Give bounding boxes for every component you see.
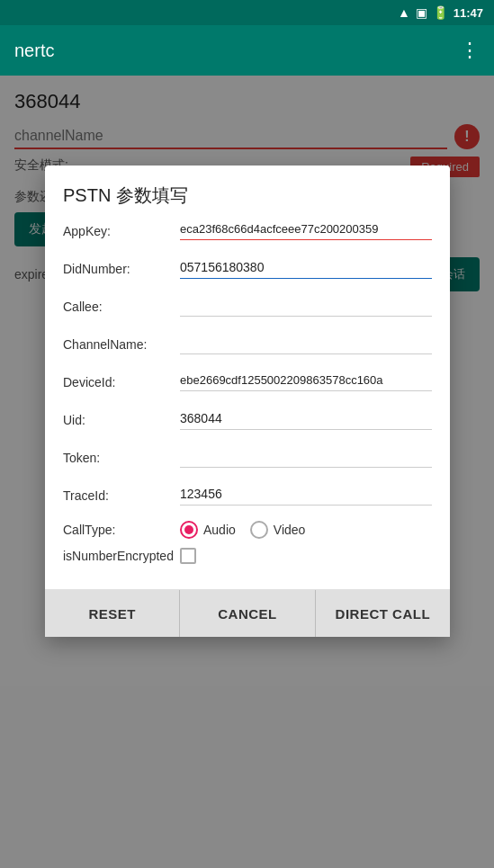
app-title: nertc: [14, 40, 54, 61]
video-radio-option[interactable]: Video: [250, 521, 306, 539]
uid-row: Uid:: [63, 407, 432, 436]
didnumber-label: DidNumber:: [63, 256, 180, 276]
didnumber-input[interactable]: [180, 256, 432, 279]
callee-input[interactable]: [180, 294, 432, 317]
video-radio-label: Video: [274, 523, 306, 537]
dialog-title: PSTN 参数填写: [45, 166, 450, 219]
traceid-label: TraceId:: [63, 483, 180, 503]
channelname-row: ChannelName:: [63, 332, 432, 361]
traceid-input[interactable]: [180, 483, 432, 506]
encrypted-row: isNumberEncrypted: [63, 548, 432, 564]
more-options-icon[interactable]: ⋮: [460, 39, 480, 62]
pstn-dialog: PSTN 参数填写 AppKey: eca23f68c66d4acfceee77…: [45, 166, 450, 637]
wifi-icon: ▲: [398, 5, 410, 20]
uid-label: Uid:: [63, 407, 180, 427]
calltype-label: CallType:: [63, 523, 180, 537]
deviceid-value: ebe2669cdf1255002209863578cc160a: [180, 370, 432, 391]
calltype-radio-group: Audio Video: [180, 521, 305, 539]
app-bar: nertc ⋮: [0, 25, 494, 76]
encrypted-checkbox[interactable]: [180, 548, 196, 564]
signal-icon: ▣: [416, 5, 427, 20]
didnumber-row: DidNumber:: [63, 256, 432, 285]
cancel-button[interactable]: CANCEL: [180, 590, 315, 637]
token-label: Token:: [63, 445, 180, 465]
audio-radio-label: Audio: [203, 523, 236, 537]
encrypted-label: isNumberEncrypted: [63, 549, 180, 563]
status-time: 11:47: [454, 6, 483, 20]
callee-row: Callee:: [63, 294, 432, 323]
appkey-label: AppKey:: [63, 219, 180, 238]
token-row: Token:: [63, 445, 432, 474]
appkey-row: AppKey: eca23f68c66d4acfceee77c200200359: [63, 219, 432, 247]
deviceid-row: DeviceId: ebe2669cdf1255002209863578cc16…: [63, 370, 432, 398]
callee-label: Callee:: [63, 294, 180, 314]
traceid-row: TraceId:: [63, 483, 432, 512]
battery-icon: 🔋: [433, 5, 448, 20]
main-content: 368044 ! 安全模式: Required 参数还原: 发起 台服务 exp…: [0, 76, 494, 868]
video-radio-circle: [250, 521, 268, 539]
calltype-row: CallType: Audio Video: [63, 521, 432, 539]
dialog-body: AppKey: eca23f68c66d4acfceee77c200200359…: [45, 219, 450, 589]
audio-radio-option[interactable]: Audio: [180, 521, 236, 539]
reset-button[interactable]: RESET: [45, 590, 180, 637]
audio-radio-circle: [180, 521, 198, 539]
appkey-value: eca23f68c66d4acfceee77c200200359: [180, 219, 432, 240]
status-icons: ▲ ▣ 🔋 11:47: [398, 5, 483, 20]
direct-call-button[interactable]: DIRECT CALL: [316, 590, 450, 637]
status-bar: ▲ ▣ 🔋 11:47: [0, 0, 494, 25]
dialog-buttons: RESET CANCEL DIRECT CALL: [45, 589, 450, 637]
token-input[interactable]: [180, 445, 432, 468]
channelname-input[interactable]: [180, 332, 432, 354]
uid-input[interactable]: [180, 407, 432, 430]
deviceid-label: DeviceId:: [63, 370, 180, 389]
channelname-label: ChannelName:: [63, 332, 180, 352]
